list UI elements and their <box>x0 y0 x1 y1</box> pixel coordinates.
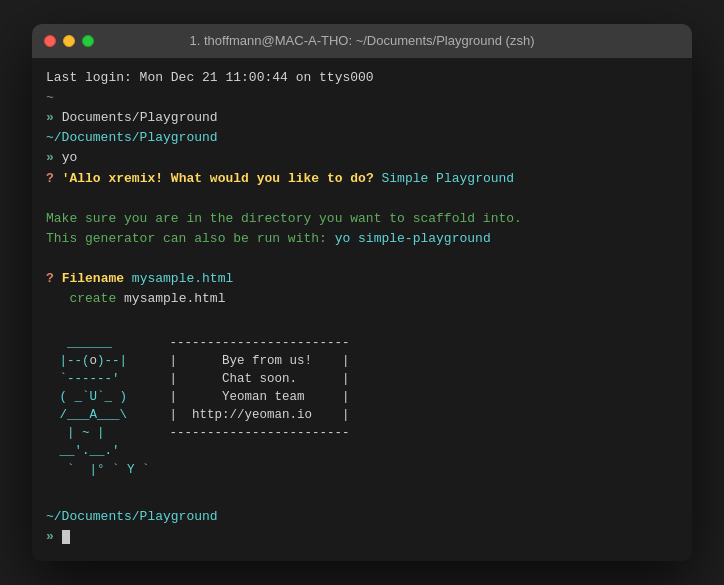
tilde-line: ~ <box>46 88 678 108</box>
yeoman-figure: ______ |--(o)--| `------' ( _`U`_ ) /___… <box>52 334 150 479</box>
maximize-button[interactable] <box>82 35 94 47</box>
cursor <box>62 530 70 544</box>
bottom-path-line: ~/Documents/Playground <box>46 507 678 527</box>
allo-line: ? 'Allo xremix! What would you like to d… <box>46 169 678 189</box>
path-line-cyan: ~/Documents/Playground <box>46 128 678 148</box>
terminal-window: 1. thoffmann@MAC-A-THO: ~/Documents/Play… <box>32 24 692 561</box>
filename-line: ? Filename mysample.html <box>46 269 678 289</box>
make-sure-line: Make sure you are in the directory you w… <box>46 209 678 229</box>
blank-line-2 <box>46 249 678 269</box>
blank-line-4 <box>46 487 678 507</box>
ascii-art-block: ______ |--(o)--| `------' ( _`U`_ ) /___… <box>52 334 678 479</box>
window-title: 1. thoffmann@MAC-A-THO: ~/Documents/Play… <box>190 33 535 48</box>
minimize-button[interactable] <box>63 35 75 47</box>
blank-line-3 <box>46 310 678 330</box>
path-line-1: » Documents/Playground <box>46 108 678 128</box>
traffic-lights <box>44 35 94 47</box>
blank-line-1 <box>46 189 678 209</box>
bye-box: ------------------------ | Bye from us! … <box>170 334 350 479</box>
yo-line: » yo <box>46 148 678 168</box>
close-button[interactable] <box>44 35 56 47</box>
terminal-body[interactable]: Last login: Mon Dec 21 11:00:44 on ttys0… <box>32 58 692 561</box>
titlebar: 1. thoffmann@MAC-A-THO: ~/Documents/Play… <box>32 24 692 58</box>
create-line: create mysample.html <box>46 289 678 309</box>
last-login-line: Last login: Mon Dec 21 11:00:44 on ttys0… <box>46 68 678 88</box>
run-with-line: This generator can also be run with: yo … <box>46 229 678 249</box>
final-prompt-line: » <box>46 527 678 547</box>
